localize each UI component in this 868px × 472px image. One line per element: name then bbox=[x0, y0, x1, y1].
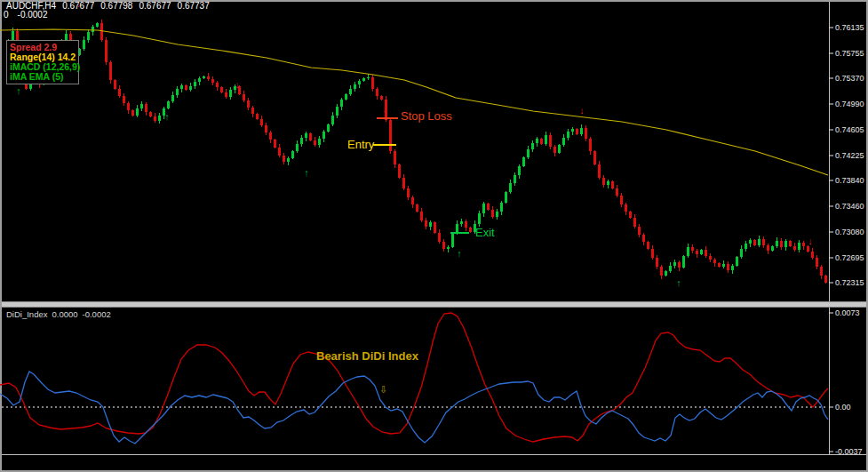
sell-arrow-icon: ↓ bbox=[808, 236, 813, 246]
candle-body bbox=[394, 151, 396, 164]
candle-body bbox=[220, 87, 223, 92]
indicator-value-1: 0.0000 bbox=[52, 309, 77, 319]
candle-body bbox=[420, 212, 423, 220]
candle-body bbox=[256, 114, 259, 119]
candle-body bbox=[371, 77, 374, 89]
time-axis[interactable]: 12 Apr 201714 Apr 12:0018 Apr 12:0020 Ap… bbox=[0, 455, 868, 472]
price-axis-label: 0.73840 bbox=[835, 176, 864, 185]
candle-body bbox=[793, 246, 796, 250]
candle-body bbox=[616, 188, 618, 196]
candle-body bbox=[425, 220, 427, 227]
candle-body bbox=[247, 100, 250, 108]
candle-body bbox=[367, 77, 370, 78]
candle-body bbox=[669, 266, 672, 271]
candle-body bbox=[274, 140, 276, 148]
indicator-axis-label: 0.00 bbox=[835, 403, 851, 412]
price-axis-label: 0.73460 bbox=[835, 202, 864, 211]
info-spread: Spread 2.9 bbox=[10, 43, 76, 52]
candle-body bbox=[576, 129, 578, 134]
candle-body bbox=[709, 256, 712, 260]
candle-body bbox=[438, 233, 441, 242]
candle-body bbox=[811, 252, 814, 258]
candle-body bbox=[456, 224, 458, 233]
candle-body bbox=[722, 264, 725, 267]
candle-body bbox=[558, 145, 561, 153]
candle-body bbox=[309, 133, 312, 140]
main-chart-canvas[interactable]: ↑↑↑↑↑↓↓↓↓ bbox=[0, 0, 868, 472]
candle-body bbox=[136, 108, 139, 116]
stop-loss-label: Stop Loss bbox=[401, 109, 452, 123]
sell-arrow-icon: ↓ bbox=[76, 0, 81, 9]
ohlc-high: 0.67798 bbox=[100, 1, 132, 11]
candle-body bbox=[398, 164, 401, 178]
candle-body bbox=[571, 129, 574, 132]
candle-body bbox=[87, 32, 90, 40]
candle-body bbox=[105, 40, 108, 62]
candle-body bbox=[176, 89, 179, 95]
candle-body bbox=[376, 89, 378, 96]
candle-body bbox=[705, 250, 707, 256]
price-axis-label: 0.72315 bbox=[835, 278, 864, 287]
candle-body bbox=[745, 244, 747, 249]
price-axis-label: 0.75755 bbox=[835, 49, 864, 58]
candle-body bbox=[611, 181, 614, 188]
candle-body bbox=[83, 40, 85, 49]
candle-body bbox=[123, 96, 125, 103]
candle-body bbox=[700, 250, 703, 254]
candle-body bbox=[92, 27, 94, 32]
candle-body bbox=[500, 203, 503, 212]
bearish-didi-annotation: Bearish DiDi Index bbox=[316, 349, 418, 363]
ohlc-close: 0.67737 bbox=[178, 1, 210, 11]
price-axis-label: 0.73080 bbox=[835, 228, 864, 236]
candle-body bbox=[478, 213, 481, 224]
price-axis-label: 0.74225 bbox=[835, 151, 864, 160]
candle-body bbox=[260, 119, 263, 125]
buy-arrow-icon: ↑ bbox=[676, 277, 681, 288]
candle-body bbox=[585, 128, 587, 139]
sell-arrow-icon: ↓ bbox=[579, 105, 585, 116]
indicator-axis-label: 0.0073 bbox=[835, 308, 860, 317]
candle-body bbox=[807, 246, 809, 252]
candle-body bbox=[505, 192, 507, 203]
candle-body bbox=[713, 260, 716, 263]
panel-splitter[interactable] bbox=[2, 301, 866, 308]
candle-body bbox=[265, 125, 267, 132]
candle-body bbox=[447, 247, 450, 249]
candle-body bbox=[96, 23, 99, 27]
candle-body bbox=[789, 241, 792, 246]
candle-body bbox=[145, 104, 147, 112]
didi-red-line bbox=[0, 313, 828, 442]
candle-body bbox=[331, 116, 334, 124]
candle-body bbox=[820, 267, 823, 276]
candle-body bbox=[540, 139, 543, 144]
candle-body bbox=[251, 108, 254, 114]
candle-body bbox=[283, 156, 285, 162]
price-axis[interactable]: 0.761350.757550.753700.749900.746050.742… bbox=[829, 0, 868, 455]
buy-arrow-icon: ↑ bbox=[16, 85, 21, 96]
candle-body bbox=[771, 246, 774, 251]
candle-body bbox=[149, 112, 152, 116]
candle-body bbox=[229, 90, 232, 97]
candle-body bbox=[402, 178, 405, 188]
candle-body bbox=[345, 94, 347, 100]
candle-body bbox=[154, 116, 156, 121]
ohlc-low: 0.67677 bbox=[139, 1, 171, 11]
candle-body bbox=[682, 256, 685, 268]
candle-body bbox=[736, 257, 738, 266]
candle-body bbox=[300, 138, 303, 144]
candle-body bbox=[514, 175, 516, 183]
price-axis-label: 0.72695 bbox=[835, 253, 864, 262]
candle-body bbox=[180, 85, 183, 89]
candle-body bbox=[225, 92, 227, 97]
candle-body bbox=[451, 233, 454, 247]
candle-body bbox=[625, 204, 627, 212]
candle-body bbox=[762, 239, 765, 245]
candle-body bbox=[567, 132, 569, 138]
candle-body bbox=[131, 110, 134, 116]
candle-body bbox=[678, 262, 681, 268]
candle-body bbox=[140, 104, 143, 108]
candle-body bbox=[638, 227, 641, 235]
candle-body bbox=[127, 103, 130, 110]
candle-body bbox=[629, 212, 632, 218]
candle-body bbox=[531, 143, 534, 149]
